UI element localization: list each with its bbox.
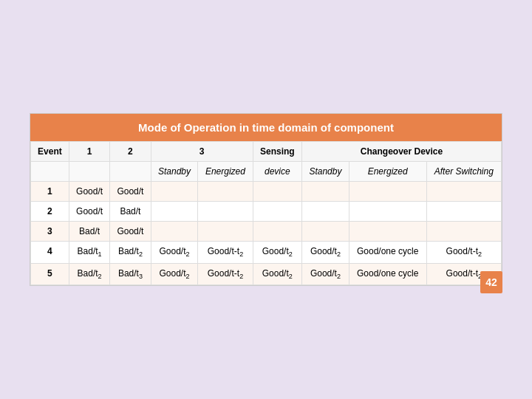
table-cell: [349, 222, 426, 242]
table-row: 3Bad/tGood/t: [31, 222, 502, 242]
table-cell: [198, 202, 253, 222]
table-cell: Good/t: [110, 182, 151, 202]
table-row: 5Bad/t2Bad/t3Good/t2Good/t-t2Good/t2Good…: [31, 263, 502, 284]
table-cell: Good/t: [69, 202, 109, 222]
table-cell: Good/t2: [253, 242, 302, 263]
table-wrapper: Mode of Operation in time domain of comp…: [30, 113, 502, 286]
table-cell: Good/one cycle: [349, 242, 426, 263]
table-cell: [426, 222, 501, 242]
table-cell: Good/t2: [151, 242, 198, 263]
col-3b-sub-header: Energized: [198, 162, 253, 182]
table-cell: [151, 222, 198, 242]
header-row-1: Event 1 2 3 Sensing Changeover Device: [31, 142, 502, 162]
table-cell: [302, 182, 349, 202]
header-row-2: Standby Energized device Standby Energiz…: [31, 162, 502, 182]
table-cell: Bad/t: [110, 202, 151, 222]
table-cell: [253, 202, 302, 222]
table-row: 2Good/tBad/t: [31, 202, 502, 222]
table-cell: Bad/t2: [110, 242, 151, 263]
col-sensing-sub-header: device: [253, 162, 302, 182]
col-2-header: 2: [110, 142, 151, 162]
table-cell: [349, 202, 426, 222]
table-cell: Good/t-t2: [426, 242, 501, 263]
table-cell: 3: [31, 222, 69, 242]
table-cell: Good/t2: [302, 242, 349, 263]
table-cell: Good/t: [69, 182, 109, 202]
col-1-header: 1: [69, 142, 109, 162]
table-cell: 2: [31, 202, 69, 222]
table-cell: [198, 182, 253, 202]
table-cell: Good/one cycle: [349, 263, 426, 284]
table-cell: 1: [31, 182, 69, 202]
table-cell: [198, 222, 253, 242]
table-cell: Good/t2: [253, 263, 302, 284]
table-body: 1Good/tGood/t2Good/tBad/t3Bad/tGood/t4Ba…: [31, 182, 502, 285]
table-cell: [151, 182, 198, 202]
col-event-header: Event: [31, 142, 69, 162]
col-changeover-header: Changeover Device: [302, 142, 502, 162]
col-changeover-after-header: After Switching: [426, 162, 501, 182]
col-sensing-header: Sensing: [253, 142, 302, 162]
table-cell: Good/t2: [151, 263, 198, 284]
col-changeover-energized-header: Energized: [349, 162, 426, 182]
col-changeover-standby-header: Standby: [302, 162, 349, 182]
table-cell: [426, 202, 501, 222]
page-number: 42: [480, 271, 502, 293]
table-cell: 5: [31, 263, 69, 284]
table-row: 1Good/tGood/t: [31, 182, 502, 202]
table-cell: Bad/t1: [69, 242, 109, 263]
table-cell: Good/t: [110, 222, 151, 242]
table-cell: [302, 202, 349, 222]
page-container: Mode of Operation in time domain of comp…: [15, 98, 517, 301]
table-cell: [151, 202, 198, 222]
table-cell: [349, 182, 426, 202]
table-cell: [253, 182, 302, 202]
table-cell: Good/t-t2: [198, 263, 253, 284]
table-cell: Bad/t2: [69, 263, 109, 284]
table-cell: [426, 182, 501, 202]
table-cell: [253, 222, 302, 242]
table-cell: Bad/t3: [110, 263, 151, 284]
col-3-header: 3: [151, 142, 253, 162]
table-cell: [302, 222, 349, 242]
col-3a-sub-header: Standby: [151, 162, 198, 182]
main-table: Event 1 2 3 Sensing Changeover Device St…: [30, 141, 502, 285]
table-cell: 4: [31, 242, 69, 263]
table-row: 4Bad/t1Bad/t2Good/t2Good/t-t2Good/t2Good…: [31, 242, 502, 263]
table-cell: Bad/t: [69, 222, 109, 242]
table-title: Mode of Operation in time domain of comp…: [30, 114, 502, 141]
table-cell: Good/t2: [302, 263, 349, 284]
table-cell: Good/t-t2: [198, 242, 253, 263]
